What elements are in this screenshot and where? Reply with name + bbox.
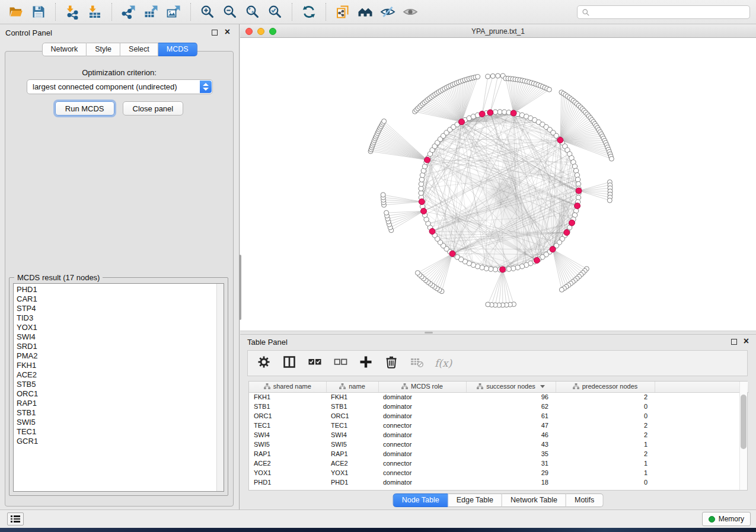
column-header-successor-nodes[interactable]: successor nodes (466, 382, 556, 392)
show-all-button[interactable] (399, 2, 422, 22)
toolbar-separator (190, 3, 191, 21)
status-bar: Memory (0, 509, 756, 528)
delete-button[interactable] (384, 354, 399, 372)
node-table[interactable]: shared namenameMCDS rolesuccessor nodesp… (249, 382, 749, 487)
table-row[interactable]: PHD1PHD1dominator180 (249, 477, 749, 487)
import-table-button[interactable] (84, 2, 106, 22)
zoom-out-button[interactable] (219, 2, 241, 22)
zoom-fit-button[interactable] (241, 2, 264, 22)
table-row[interactable]: ACE2ACE2connector311 (249, 459, 749, 468)
mcds-result-list[interactable]: PHD1CAR1STP4TID3YOX1SWI4SRD1PMA2FKH1ACE2… (13, 283, 224, 492)
result-node-item[interactable]: PHD1 (17, 285, 38, 294)
result-node-item[interactable]: TID3 (17, 313, 38, 323)
export-table-icon (143, 4, 159, 20)
result-node-item[interactable]: SWI5 (17, 418, 38, 427)
column-header-name[interactable]: name (326, 382, 378, 392)
search-box (577, 5, 750, 19)
result-node-item[interactable]: SRD1 (17, 342, 38, 351)
zoom-in-button[interactable] (196, 2, 219, 22)
result-node-item[interactable]: YOX1 (17, 323, 38, 332)
table-row[interactable]: TEC1TEC1connector472 (249, 421, 749, 430)
network-graph[interactable] (240, 38, 756, 331)
result-node-item[interactable]: PMA2 (17, 351, 38, 361)
result-node-item[interactable]: GCR1 (17, 437, 38, 446)
unselect-all-button[interactable] (333, 354, 348, 372)
result-list-scrollbar[interactable] (216, 284, 224, 491)
delete-icon (384, 354, 399, 370)
panel-list-button[interactable] (7, 512, 24, 525)
zoom-out-icon (222, 4, 238, 20)
run-mcds-button[interactable]: Run MCDS (55, 101, 114, 116)
table-panel-close-button[interactable]: × (744, 335, 749, 347)
tab-network[interactable]: Network (42, 43, 87, 56)
copy-network-button[interactable] (331, 2, 354, 22)
export-table-button[interactable] (140, 2, 162, 22)
result-node-item[interactable]: CAR1 (17, 294, 38, 304)
mcds-panel: Optimization criterion: largest connecte… (5, 51, 234, 507)
export-image-button[interactable] (162, 2, 185, 22)
tab-mcds[interactable]: MCDS (158, 43, 197, 56)
toolbar-separator (292, 3, 292, 21)
sort-desc-icon (540, 385, 545, 388)
table-row[interactable]: ORC1ORC1dominator610 (249, 411, 749, 421)
tab-edge-table[interactable]: Edge Table (448, 493, 502, 507)
memory-button-label: Memory (719, 515, 744, 523)
columns-button[interactable] (282, 354, 297, 372)
result-node-item[interactable]: SWI4 (17, 332, 38, 342)
table-row[interactable]: SWI5SWI5connector431 (249, 440, 749, 449)
horizontal-splitter[interactable] (240, 331, 756, 335)
close-panel-button[interactable]: Close panel (123, 101, 184, 116)
hide-selected-button[interactable] (377, 2, 399, 22)
memory-button[interactable]: Memory (702, 512, 751, 526)
column-header-MCDS-role[interactable]: MCDS role (378, 382, 466, 392)
function-builder-button[interactable]: f(x) (435, 357, 452, 369)
application-window: Control Panel × NetworkStyleSelectMCDS O… (0, 0, 756, 528)
column-header-predecessor-nodes[interactable]: predecessor nodes (556, 382, 655, 392)
tab-select[interactable]: Select (120, 43, 158, 56)
result-node-item[interactable]: TEC1 (17, 427, 38, 437)
table-row[interactable]: YOX1YOX1connector291 (249, 468, 749, 477)
zoom-selected-button[interactable] (264, 2, 286, 22)
import-network-button[interactable] (61, 2, 84, 22)
control-panel-float-button[interactable] (212, 30, 218, 36)
tab-motifs[interactable]: Motifs (566, 493, 603, 507)
first-neighbors-icon (358, 4, 373, 20)
main-toolbar (0, 0, 756, 24)
toolbar-separator (55, 3, 56, 21)
control-panel-close-button[interactable]: × (225, 26, 230, 38)
table-row[interactable]: FKH1FKH1dominator962 (249, 392, 749, 402)
result-node-item[interactable]: STB5 (17, 380, 38, 389)
add-button[interactable] (358, 354, 374, 372)
tab-network-table[interactable]: Network Table (502, 493, 566, 507)
refresh-layout-button[interactable] (298, 2, 320, 22)
panel-splitter-handle[interactable] (239, 255, 241, 320)
table-scrollbar-thumb[interactable] (741, 395, 747, 449)
open-file-button[interactable] (5, 2, 27, 22)
table-row[interactable]: SWI4SWI4dominator462 (249, 430, 749, 440)
table-panel-title: Table Panel (247, 338, 288, 347)
attribute-type-icon (339, 383, 346, 389)
result-node-item[interactable]: STP4 (17, 304, 38, 313)
result-node-item[interactable]: FKH1 (17, 361, 38, 370)
result-node-item[interactable]: STB1 (17, 408, 38, 418)
result-node-item[interactable]: ORC1 (17, 389, 38, 399)
table-row[interactable]: RAP1RAP1dominator352 (249, 449, 749, 459)
first-neighbors-button[interactable] (354, 2, 377, 22)
column-header-shared-name[interactable]: shared name (249, 382, 326, 392)
gear-button[interactable] (256, 354, 272, 372)
result-node-item[interactable]: ACE2 (17, 370, 38, 380)
delete-table-button[interactable] (409, 354, 425, 372)
table-toolbar: f(x) (247, 350, 748, 376)
tab-node-table[interactable]: Node Table (393, 493, 448, 507)
criterion-select[interactable]: largest connected component (undirected) (27, 79, 213, 94)
export-network-button[interactable] (117, 2, 140, 22)
select-all-button[interactable] (307, 354, 323, 372)
tab-style[interactable]: Style (87, 43, 120, 56)
save-button[interactable] (27, 2, 50, 22)
export-network-icon (121, 4, 136, 20)
table-scrollbar[interactable] (739, 382, 747, 490)
search-input[interactable] (593, 6, 747, 18)
table-row[interactable]: STB1STB1dominator620 (249, 402, 749, 411)
result-node-item[interactable]: RAP1 (17, 399, 38, 408)
table-panel-float-button[interactable] (731, 339, 737, 345)
